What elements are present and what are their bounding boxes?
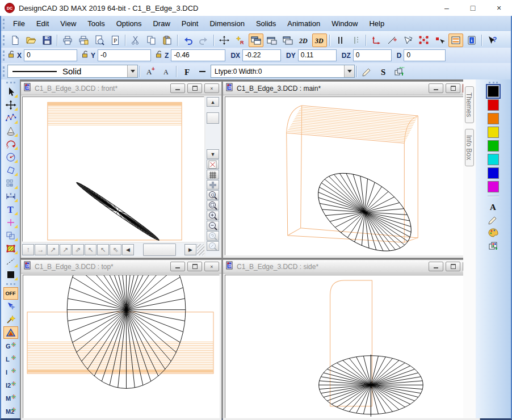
color-swatch-1[interactable] [488, 99, 499, 111]
snap-midpoint-icon[interactable]: M [3, 392, 18, 404]
menu-file[interactable]: File [7, 16, 31, 31]
viewport-canvas-main[interactable] [225, 96, 478, 255]
print-icon[interactable] [60, 33, 75, 47]
solid-fill-icon[interactable] [3, 268, 18, 281]
copy-icon[interactable] [144, 33, 159, 47]
viewport-minimize-button[interactable] [429, 262, 443, 271]
palette-icon[interactable] [486, 226, 500, 239]
zoom-in-icon[interactable] [207, 211, 219, 220]
viewport-tile-icon[interactable] [265, 33, 279, 47]
set-point-icon[interactable] [217, 33, 232, 47]
line-style-select[interactable]: Solid [7, 65, 138, 78]
text-tool-icon[interactable]: T [3, 203, 18, 216]
viewport-canvas-front[interactable] [22, 96, 204, 242]
menu-dimension[interactable]: Dimension [204, 16, 250, 31]
toolbar-grip[interactable] [489, 82, 498, 83]
viewport-minimize-button[interactable] [170, 262, 185, 271]
viewport-canvas-top[interactable] [23, 275, 220, 418]
viewport-titlebar[interactable]: D C1_B_Edge_3.DCD : top* × [21, 260, 221, 274]
print-setup-icon[interactable] [76, 33, 91, 47]
maximize-button[interactable]: □ [460, 0, 486, 16]
axes-icon[interactable] [369, 33, 384, 47]
point-cursor-icon[interactable] [433, 33, 447, 47]
pan-right-icon[interactable]: → [35, 244, 47, 255]
cut-icon[interactable] [128, 33, 143, 47]
save-icon[interactable] [40, 33, 54, 47]
coord-input-z[interactable]: -0.46 [171, 49, 225, 61]
color-swatch-3[interactable] [488, 127, 499, 138]
grid-icon[interactable] [207, 170, 219, 179]
menu-point[interactable]: Point [176, 16, 204, 31]
font-grow-icon[interactable]: A+ [143, 65, 158, 78]
polyline-icon[interactable] [3, 112, 18, 124]
cone-icon[interactable] [3, 125, 18, 137]
coord-input-x[interactable]: 0 [24, 49, 77, 61]
pan-ne-icon[interactable]: ↗ [60, 244, 72, 255]
font-style-icon[interactable]: F [179, 65, 194, 78]
color-swatch-0[interactable] [488, 86, 499, 97]
text-color-icon[interactable]: A [486, 200, 500, 213]
viewport-titlebar[interactable]: D C1_B_Edge_3.DCD : side* × [223, 260, 480, 274]
zoom-previous-icon[interactable] [207, 231, 219, 241]
vertical-scrollbar-thumb[interactable] [207, 112, 219, 124]
color-swatch-6[interactable] [488, 167, 499, 179]
menu-view[interactable]: View [54, 16, 82, 31]
point-select-icon[interactable]: R [233, 33, 247, 47]
zoom-extents-icon[interactable] [207, 200, 219, 210]
menu-help[interactable]: Help [363, 16, 390, 31]
hand-edit-icon[interactable] [486, 213, 500, 226]
scroll-up-icon[interactable]: ▲ [207, 97, 219, 107]
minimize-button[interactable]: – [434, 0, 460, 16]
multi-select-icon[interactable] [3, 300, 18, 313]
snap-gravity-icon[interactable]: G [3, 339, 18, 352]
group-shapes-icon[interactable] [3, 229, 18, 242]
menu-tools[interactable]: Tools [82, 16, 110, 31]
coord-input-y[interactable]: -0 [98, 49, 151, 61]
pan-up-icon[interactable]: ↑ [22, 244, 34, 255]
color-swatch-2[interactable] [488, 113, 499, 124]
snap-intersect-icon[interactable]: I [3, 366, 18, 378]
viewport-titlebar[interactable]: D C1_B_Edge_3.DCD : main* × [223, 82, 480, 95]
resize-grip[interactable] [197, 244, 204, 255]
zoom-window-icon[interactable]: Q [207, 190, 219, 200]
pan-bend-ne-icon[interactable]: ↗ [47, 244, 59, 255]
viewport-restore-button[interactable] [187, 262, 202, 271]
scroll-down-icon[interactable]: ▼ [207, 149, 219, 159]
menu-options[interactable]: Options [111, 16, 148, 31]
toolbar-grip[interactable] [6, 283, 15, 285]
lock-x-icon[interactable] [7, 50, 16, 61]
snap-off-button[interactable]: OFF [3, 287, 18, 300]
scroll-left-icon[interactable]: ◀ [122, 244, 134, 255]
zoom-original-icon[interactable] [207, 241, 219, 251]
dashed-line-icon[interactable] [3, 255, 18, 268]
selection-handles-icon[interactable] [417, 33, 431, 47]
page-format-icon[interactable]: P [108, 33, 123, 47]
color-swatch-5[interactable] [488, 154, 499, 165]
move-icon[interactable] [3, 99, 18, 111]
toolbar-grip[interactable] [6, 82, 15, 83]
snap-intersect2-icon[interactable]: I2 [3, 379, 18, 391]
menu-animation[interactable]: Animation [282, 16, 326, 31]
viewport-close-button[interactable]: × [204, 83, 219, 93]
viewport-restore-button[interactable] [446, 262, 460, 271]
layer-dots-icon[interactable] [392, 65, 406, 78]
info-panel-icon[interactable] [448, 33, 463, 47]
magic-wand-icon[interactable] [3, 313, 18, 326]
menu-window[interactable]: Window [326, 16, 363, 31]
viewport-minimize-button[interactable] [170, 83, 185, 93]
menu-edit[interactable]: Edit [31, 16, 54, 31]
info-box-icon[interactable]: i [464, 33, 479, 47]
select-cursor-icon[interactable] [3, 86, 18, 98]
viewport-canvas-side[interactable] [225, 275, 478, 418]
rotate-arc-icon[interactable]: ? [3, 138, 18, 150]
viewport-close-button[interactable]: × [204, 262, 219, 271]
viewport-layout-icon[interactable] [280, 33, 295, 47]
viewport-restore-button[interactable] [187, 83, 202, 93]
print-preview-icon[interactable] [92, 33, 107, 47]
array-icon[interactable] [3, 177, 18, 190]
rotate-cursor-icon[interactable] [401, 33, 416, 47]
snap-mode-icon[interactable] [3, 326, 18, 339]
point-cross-icon[interactable] [3, 216, 18, 229]
toolbar-grip[interactable] [3, 19, 5, 29]
mode-3d-icon[interactable]: 3D [312, 33, 327, 47]
